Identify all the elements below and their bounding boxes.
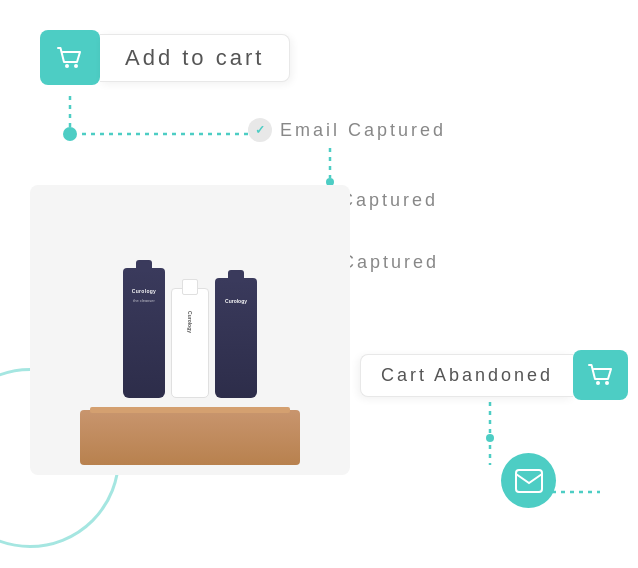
- product-label-2: Curology: [187, 311, 193, 333]
- svg-point-18: [605, 381, 609, 385]
- cart-abandoned-step: Cart Abandoned: [360, 350, 628, 400]
- email-check-icon: ✓: [248, 118, 272, 142]
- svg-point-16: [74, 64, 78, 68]
- product-tube-tall: Curology the cleanser: [123, 268, 165, 398]
- product-label-3: Curology: [225, 298, 247, 304]
- svg-point-15: [65, 64, 69, 68]
- svg-rect-19: [516, 470, 542, 492]
- svg-point-12: [486, 434, 494, 442]
- cart-icon-right: [585, 359, 617, 391]
- email-captured-step: ✓ Email Captured: [248, 118, 446, 142]
- products-row: Curology the cleanser Curology Curology: [123, 268, 257, 398]
- svg-point-1: [63, 127, 77, 141]
- email-icon: [515, 469, 543, 493]
- svg-point-17: [596, 381, 600, 385]
- cart-icon-box-right: [573, 350, 628, 400]
- product-image: Curology the cleanser Curology Curology: [30, 185, 350, 475]
- cart-icon: [54, 42, 86, 74]
- cart-abandoned-label: Cart Abandoned: [381, 365, 553, 385]
- product-label-1: Curology: [132, 288, 156, 294]
- add-to-cart-label-box: Add to cart: [100, 34, 290, 82]
- product-sublabel-1: the cleanser: [133, 298, 155, 303]
- flow-diagram: Add to cart ✓ Email Captured ✓ Name Capt…: [0, 0, 638, 568]
- product-inner: Curology the cleanser Curology Curology: [30, 185, 350, 475]
- cart-abandoned-label-box: Cart Abandoned: [360, 354, 573, 397]
- email-captured-label: Email Captured: [280, 120, 446, 141]
- cardboard-box: [80, 410, 300, 465]
- product-bottle: Curology: [171, 288, 209, 398]
- cart-icon-box: [40, 30, 100, 85]
- add-to-cart-step: Add to cart: [40, 30, 290, 85]
- product-tube-short: Curology: [215, 278, 257, 398]
- email-icon-circle: [501, 453, 556, 508]
- add-to-cart-label: Add to cart: [125, 45, 264, 70]
